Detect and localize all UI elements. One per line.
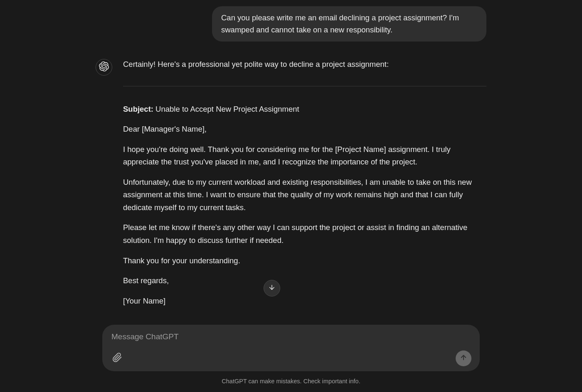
message-composer bbox=[102, 325, 480, 371]
arrow-down-icon bbox=[268, 284, 276, 293]
arrow-up-icon bbox=[460, 354, 467, 363]
assistant-message-row: Certainly! Here's a professional yet pol… bbox=[96, 58, 486, 315]
paperclip-icon bbox=[112, 353, 122, 364]
email-draft: Subject: Unable to Accept New Project As… bbox=[123, 103, 486, 307]
email-greeting: Dear [Manager's Name], bbox=[123, 123, 486, 136]
assistant-avatar bbox=[96, 59, 112, 76]
content-divider bbox=[123, 86, 486, 86]
email-subject-label: Subject: bbox=[123, 105, 153, 113]
email-subject-line: Subject: Unable to Accept New Project As… bbox=[123, 103, 486, 116]
email-thanks: Thank you for your understanding. bbox=[123, 255, 486, 267]
message-input[interactable] bbox=[111, 332, 471, 341]
assistant-intro-text: Certainly! Here's a professional yet pol… bbox=[123, 58, 486, 71]
openai-logo-icon bbox=[99, 61, 109, 73]
disclaimer-text: ChatGPT can make mistakes. Check importa… bbox=[0, 378, 582, 385]
scroll-to-bottom-button[interactable] bbox=[264, 280, 280, 296]
email-signoff: Best regards, bbox=[123, 274, 486, 287]
composer-area bbox=[102, 325, 480, 371]
composer-toolbar bbox=[111, 350, 471, 366]
user-message-row: Can you please write me an email declini… bbox=[96, 6, 486, 42]
user-message-bubble: Can you please write me an email declini… bbox=[212, 6, 486, 42]
email-subject-value: Unable to Accept New Project Assignment bbox=[153, 105, 299, 113]
attach-file-button[interactable] bbox=[111, 353, 123, 364]
email-paragraph-3: Please let me know if there's any other … bbox=[123, 221, 486, 247]
send-button[interactable] bbox=[456, 350, 471, 366]
assistant-message-content: Certainly! Here's a professional yet pol… bbox=[123, 58, 486, 315]
email-paragraph-1: I hope you're doing well. Thank you for … bbox=[123, 143, 486, 169]
email-name-placeholder: [Your Name] bbox=[123, 295, 486, 308]
email-paragraph-2: Unfortunately, due to my current workloa… bbox=[123, 176, 486, 214]
